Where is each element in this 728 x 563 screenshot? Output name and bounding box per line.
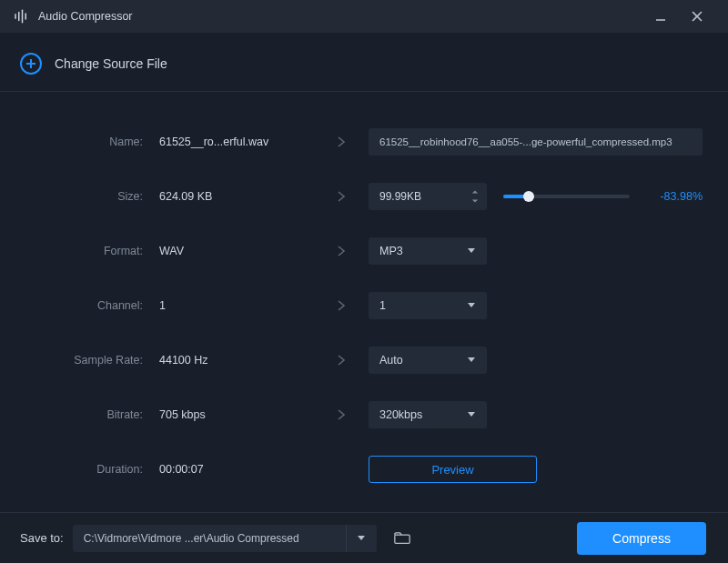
label-sample-rate: Sample Rate: — [18, 354, 159, 367]
reduction-percent: -83.98% — [646, 190, 703, 203]
bitrate-value: 320kbps — [379, 408, 422, 421]
save-path-dropdown[interactable] — [346, 525, 377, 552]
arrow-icon — [314, 136, 369, 147]
size-step-down[interactable] — [469, 197, 481, 205]
titlebar: Audio Compressor — [0, 0, 728, 33]
row-bitrate: Bitrate: 705 kbps 320kbps — [18, 401, 703, 428]
channel-select[interactable]: 1 — [369, 292, 487, 319]
arrow-icon — [314, 409, 369, 420]
arrow-icon — [314, 300, 369, 311]
change-source-row[interactable]: Change Source File — [0, 33, 728, 92]
label-bitrate: Bitrate: — [18, 408, 159, 421]
compress-button[interactable]: Compress — [577, 522, 706, 555]
row-size: Size: 624.09 KB 99.99KB -83.98% — [18, 183, 703, 210]
chevron-down-icon — [467, 408, 476, 421]
svg-marker-15 — [358, 536, 365, 540]
svg-marker-13 — [468, 357, 475, 362]
form-area: Name: 61525__ro...erful.wav 61525__robin… — [0, 92, 728, 531]
preview-button[interactable]: Preview — [369, 456, 537, 483]
row-name: Name: 61525__ro...erful.wav 61525__robin… — [18, 128, 703, 156]
row-duration: Duration: 00:00:07 Preview — [18, 456, 703, 483]
svg-marker-11 — [468, 248, 475, 253]
source-sample-rate: 44100 Hz — [159, 354, 314, 367]
row-channel: Channel: 1 1 — [18, 292, 703, 319]
size-slider[interactable] — [503, 195, 630, 198]
chevron-down-icon — [467, 299, 476, 312]
sample-rate-select[interactable]: Auto — [369, 347, 487, 374]
save-path-field[interactable]: C:\Vidmore\Vidmore ...er\Audio Compresse… — [73, 525, 346, 552]
size-step-up[interactable] — [469, 188, 481, 196]
window-title: Audio Compressor — [38, 10, 133, 23]
change-source-label: Change Source File — [55, 56, 167, 71]
output-name-field[interactable]: 61525__robinhood76__aa055-...ge-powerful… — [369, 128, 703, 156]
slider-thumb[interactable] — [523, 191, 534, 202]
svg-marker-10 — [472, 199, 478, 202]
size-stepper[interactable]: 99.99KB — [369, 183, 487, 210]
label-name: Name: — [18, 136, 159, 148]
minimize-button[interactable] — [642, 0, 679, 33]
add-source-icon — [20, 53, 42, 75]
chevron-down-icon — [467, 354, 476, 367]
saveto-label: Save to: — [20, 531, 64, 545]
target-size-value: 99.99KB — [379, 190, 421, 203]
row-sample-rate: Sample Rate: 44100 Hz Auto — [18, 347, 703, 374]
label-format: Format: — [18, 245, 159, 257]
chevron-down-icon — [467, 245, 476, 257]
bitrate-select[interactable]: 320kbps — [369, 401, 487, 428]
label-size: Size: — [18, 190, 159, 203]
arrow-icon — [314, 191, 369, 202]
label-duration: Duration: — [18, 463, 159, 476]
source-format: WAV — [159, 245, 314, 257]
source-name: 61525__ro...erful.wav — [159, 136, 314, 148]
app-icon — [13, 8, 29, 25]
format-select[interactable]: MP3 — [369, 237, 487, 265]
channel-value: 1 — [379, 299, 386, 312]
svg-marker-12 — [468, 303, 475, 307]
window-controls — [642, 0, 715, 33]
svg-rect-16 — [395, 535, 410, 543]
arrow-icon — [314, 355, 369, 366]
arrow-icon — [314, 246, 369, 256]
svg-marker-14 — [468, 412, 475, 417]
source-size: 624.09 KB — [159, 190, 314, 203]
close-button[interactable] — [679, 0, 715, 33]
sample-rate-value: Auto — [379, 354, 403, 367]
open-folder-button[interactable] — [386, 525, 419, 552]
svg-marker-9 — [472, 190, 478, 193]
footer: Save to: C:\Vidmore\Vidmore ...er\Audio … — [0, 512, 728, 563]
format-value: MP3 — [379, 245, 403, 257]
label-channel: Channel: — [18, 299, 159, 312]
source-bitrate: 705 kbps — [159, 408, 314, 421]
source-duration: 00:00:07 — [159, 463, 314, 476]
source-channel: 1 — [159, 299, 314, 312]
row-format: Format: WAV MP3 — [18, 237, 703, 265]
